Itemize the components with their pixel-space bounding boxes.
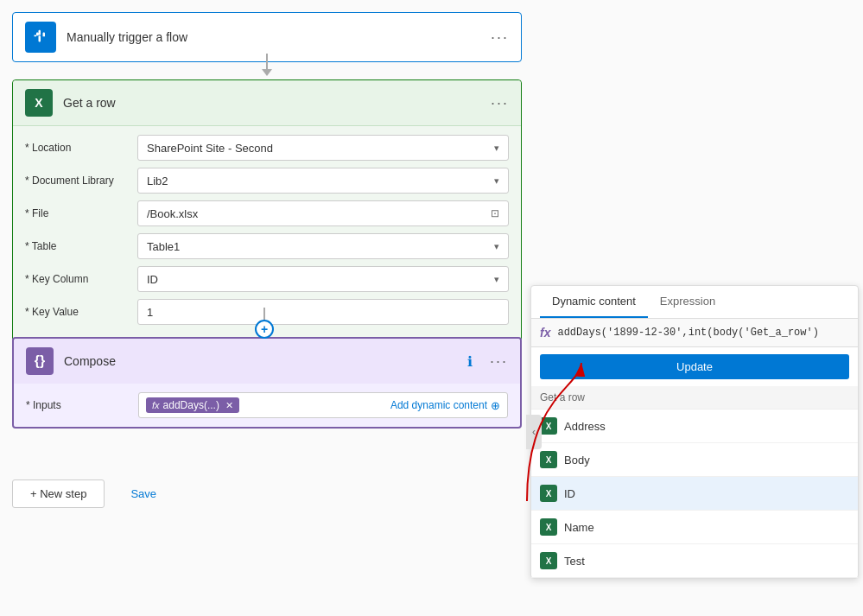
- compose-menu-dots[interactable]: ···: [490, 352, 508, 371]
- get-row-header: X Get a row ···: [13, 80, 521, 126]
- compose-icon: {}: [26, 347, 54, 375]
- get-row-menu-dots[interactable]: ···: [491, 94, 509, 112]
- compose-header: {} Compose ℹ ···: [14, 339, 520, 384]
- doc-library-dropdown[interactable]: Lib2 ▾: [137, 168, 509, 194]
- panel-collapse-button[interactable]: ‹: [526, 415, 542, 449]
- compose-info-icon[interactable]: ℹ: [467, 353, 473, 370]
- excel-icon-name: X: [540, 518, 557, 536]
- section-get-a-row: Get a row: [531, 386, 858, 410]
- file-label: * File: [25, 207, 129, 219]
- doc-library-label: * Document Library: [25, 175, 129, 187]
- file-row: * File /Book.xlsx ⊡: [25, 200, 509, 226]
- doc-library-value: Lib2: [147, 175, 168, 187]
- doc-library-chevron: ▾: [494, 175, 499, 187]
- excel-icon-id: X: [540, 485, 557, 502]
- file-input[interactable]: /Book.xlsx ⊡: [137, 200, 509, 226]
- table-value: Table1: [147, 240, 180, 253]
- expression-text: addDays('1899-12-30',int(body('Get_a_row…: [557, 327, 849, 339]
- item-label-name: Name: [564, 521, 594, 534]
- fx-tag-label: addDays(...): [163, 399, 219, 411]
- table-chevron: ▾: [494, 241, 499, 252]
- expression-bar: fx addDays('1899-12-30',int(body('Get_a_…: [531, 319, 858, 347]
- canvas: Manually trigger a flow ··· X Get a row …: [0, 0, 863, 616]
- table-dropdown[interactable]: Table1 ▾: [137, 233, 509, 259]
- key-value-label: * Key Value: [25, 306, 129, 318]
- dynamic-item-body[interactable]: X Body: [531, 443, 858, 477]
- dynamic-content-panel: Dynamic content Expression fx addDays('1…: [530, 285, 859, 579]
- item-label-test: Test: [564, 555, 585, 568]
- dynamic-item-name[interactable]: X Name: [531, 511, 858, 544]
- location-label: * Location: [25, 142, 129, 154]
- dynamic-item-test[interactable]: X Test: [531, 544, 858, 578]
- doc-library-row: * Document Library Lib2 ▾: [25, 168, 509, 194]
- location-dropdown[interactable]: SharePoint Site - Second ▾: [137, 135, 509, 161]
- save-button[interactable]: Save: [113, 479, 174, 508]
- dynamic-item-id[interactable]: X ID: [531, 477, 858, 511]
- key-value-input[interactable]: 1: [137, 299, 509, 325]
- excel-icon-address: X: [540, 417, 557, 435]
- trigger-icon: [25, 22, 56, 53]
- inputs-field[interactable]: fx addDays(...) ✕ Add dynamic content ⊕: [138, 392, 508, 418]
- table-label: * Table: [25, 240, 129, 252]
- get-row-block: X Get a row ··· * Location SharePoint Si…: [12, 79, 522, 341]
- file-picker-icon: ⊡: [491, 207, 499, 219]
- location-chevron: ▾: [494, 143, 499, 154]
- item-label-address: Address: [564, 420, 606, 433]
- key-column-chevron: ▾: [494, 274, 499, 285]
- fx-icon: fx: [540, 326, 550, 340]
- location-value: SharePoint Site - Second: [147, 142, 273, 155]
- add-dynamic-content-link[interactable]: Add dynamic content: [390, 399, 487, 411]
- excel-icon-get-row: X: [25, 89, 53, 117]
- update-button[interactable]: Update: [540, 354, 849, 379]
- compose-block: {} Compose ℹ ··· * Inputs fx addDays(...…: [12, 337, 522, 429]
- trigger-menu-dots[interactable]: ···: [491, 29, 509, 47]
- add-dynamic-plus-icon[interactable]: ⊕: [491, 399, 500, 412]
- tab-expression[interactable]: Expression: [648, 286, 727, 318]
- tab-dynamic-content[interactable]: Dynamic content: [540, 286, 648, 318]
- item-label-id: ID: [564, 487, 575, 500]
- fx-tag: fx addDays(...) ✕: [146, 397, 239, 413]
- key-column-label: * Key Column: [25, 273, 129, 285]
- file-value: /Book.xlsx: [147, 207, 198, 220]
- inputs-label: * Inputs: [26, 399, 130, 411]
- key-column-value: ID: [147, 273, 158, 286]
- table-row-field: * Table Table1 ▾: [25, 233, 509, 259]
- arrow-down-1: [262, 54, 272, 76]
- dynamic-item-address[interactable]: X Address: [531, 410, 858, 443]
- trigger-title: Manually trigger a flow: [67, 30, 480, 44]
- inputs-row: * Inputs fx addDays(...) ✕ Add dynamic c…: [14, 384, 520, 427]
- get-row-title: Get a row: [63, 96, 480, 110]
- excel-icon-body: X: [540, 451, 557, 468]
- add-step-button[interactable]: +: [255, 320, 274, 339]
- dynamic-items-list: X Address X Body X ID X Name: [531, 410, 858, 578]
- key-column-dropdown[interactable]: ID ▾: [137, 266, 509, 292]
- key-value-value: 1: [147, 306, 153, 319]
- compose-title: Compose: [64, 354, 457, 368]
- excel-icon-test: X: [540, 552, 557, 569]
- item-label-body: Body: [564, 454, 590, 467]
- fx-close-button[interactable]: ✕: [225, 400, 233, 411]
- bottom-buttons: + New step Save: [12, 479, 174, 508]
- panel-tabs: Dynamic content Expression: [531, 286, 858, 319]
- key-column-row: * Key Column ID ▾: [25, 266, 509, 292]
- new-step-button[interactable]: + New step: [12, 479, 105, 508]
- location-row: * Location SharePoint Site - Second ▾: [25, 135, 509, 161]
